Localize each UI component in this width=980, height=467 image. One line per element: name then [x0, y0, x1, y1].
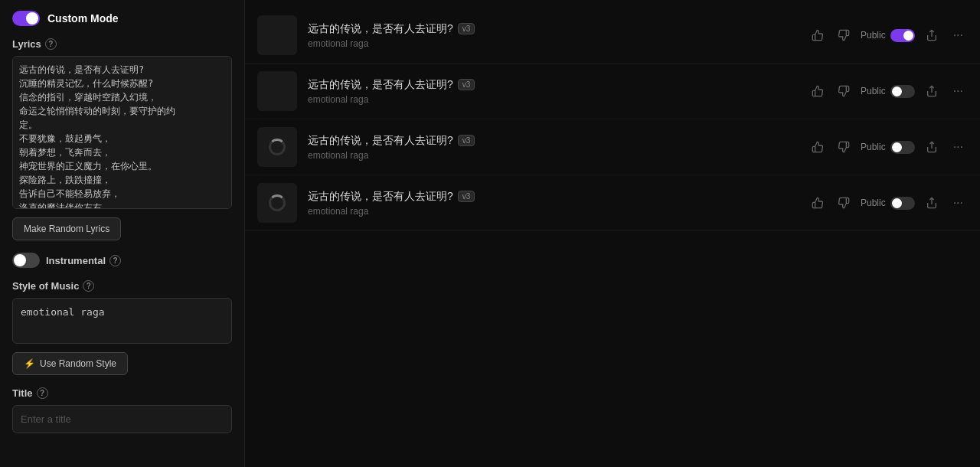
title-help-icon[interactable]: ? — [37, 387, 48, 399]
song-title: 远古的传说，是否有人去证明? v3 — [308, 78, 798, 92]
song-item: 远古的传说，是否有人去证明? v3 emotional raga Public — [245, 175, 980, 231]
version-badge: v3 — [458, 79, 475, 90]
public-label: Public — [861, 142, 886, 152]
right-panel: 远古的传说，是否有人去证明? v3 emotional raga Public — [245, 0, 980, 467]
song-info: 远古的传说，是否有人去证明? v3 emotional raga — [308, 22, 798, 49]
song-style: emotional raga — [308, 94, 798, 105]
public-toggle[interactable] — [890, 29, 915, 42]
song-thumbnail — [257, 127, 297, 167]
title-label: Title ? — [12, 387, 232, 399]
song-style: emotional raga — [308, 38, 798, 49]
thumbup-button[interactable] — [808, 138, 827, 156]
style-input-wrapper: emotional raga — [12, 298, 232, 346]
song-title: 远古的传说，是否有人去证明? v3 — [308, 134, 798, 148]
song-thumbnail[interactable] — [257, 71, 297, 111]
song-style: emotional raga — [308, 206, 798, 217]
version-badge: v3 — [458, 191, 475, 202]
lyrics-help-icon[interactable]: ? — [45, 38, 57, 50]
share-button[interactable] — [923, 82, 941, 100]
song-title: 远古的传说，是否有人去证明? v3 — [308, 22, 798, 36]
thumbdown-button[interactable] — [835, 82, 853, 100]
ellipsis-button[interactable]: ··· — [949, 137, 968, 157]
style-label: Style of Music ? — [12, 280, 232, 292]
random-icon: ⚡ — [24, 358, 35, 369]
public-toggle[interactable] — [890, 85, 915, 98]
share-button[interactable] — [923, 26, 941, 44]
style-textarea[interactable]: emotional raga — [12, 298, 232, 344]
public-toggle[interactable] — [890, 197, 915, 210]
public-toggle-row: Public — [861, 29, 915, 42]
loading-spinner — [269, 194, 286, 211]
thumbup-button[interactable] — [808, 26, 827, 44]
ellipsis-button[interactable]: ··· — [949, 193, 968, 213]
ellipsis-button[interactable]: ··· — [949, 81, 968, 101]
instrumental-section: Instrumental ? — [12, 253, 232, 268]
public-toggle[interactable] — [890, 141, 915, 154]
custom-mode-label: Custom Mode — [47, 12, 119, 24]
song-style: emotional raga — [308, 150, 798, 161]
song-actions: Public ··· — [808, 81, 968, 101]
instrumental-toggle[interactable] — [12, 253, 40, 268]
make-random-lyrics-label: Make Random Lyrics — [24, 224, 109, 234]
lyrics-textarea[interactable]: 远古的传说，是否有人去证明? 沉睡的精灵记忆，什么时候苏醒? 信念的指引，穿越时… — [12, 56, 232, 209]
song-actions: Public ··· — [808, 193, 968, 213]
use-random-style-button[interactable]: ⚡ Use Random Style — [12, 352, 128, 375]
song-actions: Public ··· — [808, 137, 968, 157]
public-toggle-row: Public — [861, 85, 915, 98]
ellipsis-button[interactable]: ··· — [949, 25, 968, 45]
custom-mode-row: Custom Mode — [12, 11, 232, 26]
thumbup-button[interactable] — [808, 194, 827, 212]
thumbdown-button[interactable] — [835, 138, 853, 156]
thumbdown-button[interactable] — [835, 26, 853, 44]
custom-mode-toggle[interactable] — [12, 11, 40, 26]
left-panel: Custom Mode Lyrics ? 远古的传说，是否有人去证明? 沉睡的精… — [0, 0, 245, 467]
version-badge: v3 — [458, 23, 475, 34]
song-info: 远古的传说，是否有人去证明? v3 emotional raga — [308, 78, 798, 105]
song-item: 远古的传说，是否有人去证明? v3 emotional raga Public — [245, 64, 980, 119]
version-badge: v3 — [458, 135, 475, 146]
thumbup-button[interactable] — [808, 82, 827, 100]
song-title: 远古的传说，是否有人去证明? v3 — [308, 190, 798, 204]
public-label: Public — [861, 30, 886, 41]
public-label: Public — [861, 86, 886, 96]
public-toggle-row: Public — [861, 141, 915, 154]
song-thumbnail[interactable] — [257, 15, 297, 55]
style-help-icon[interactable]: ? — [83, 280, 94, 292]
share-button[interactable] — [923, 138, 941, 156]
title-section: Title ? — [12, 387, 232, 433]
share-button[interactable] — [923, 194, 941, 212]
loading-spinner — [269, 139, 286, 155]
lyrics-label: Lyrics ? — [12, 38, 232, 50]
lyrics-section: Lyrics ? 远古的传说，是否有人去证明? 沉睡的精灵记忆，什么时候苏醒? … — [12, 38, 232, 240]
public-label: Public — [861, 198, 886, 208]
instrumental-label: Instrumental ? — [46, 255, 121, 266]
public-toggle-row: Public — [861, 197, 915, 210]
song-info: 远古的传说，是否有人去证明? v3 emotional raga — [308, 190, 798, 217]
title-input[interactable] — [12, 405, 232, 433]
instrumental-help-icon[interactable]: ? — [109, 255, 121, 266]
make-random-lyrics-button[interactable]: Make Random Lyrics — [12, 217, 121, 240]
song-item: 远古的传说，是否有人去证明? v3 emotional raga Public — [245, 8, 980, 64]
song-actions: Public ··· — [808, 25, 968, 45]
song-info: 远古的传说，是否有人去证明? v3 emotional raga — [308, 134, 798, 161]
song-thumbnail — [257, 183, 297, 223]
song-item: 远古的传说，是否有人去证明? v3 emotional raga Public — [245, 119, 980, 175]
style-section: Style of Music ? emotional raga ⚡ Use Ra… — [12, 280, 232, 375]
thumbdown-button[interactable] — [835, 194, 853, 212]
use-random-style-label: Use Random Style — [40, 358, 116, 369]
